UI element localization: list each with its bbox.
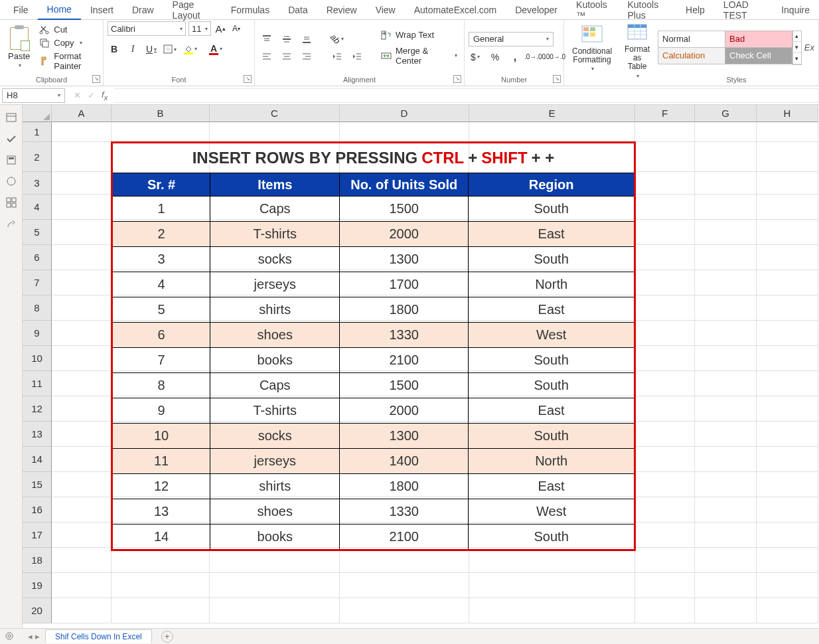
- fill-color-button[interactable]: ▾: [182, 42, 195, 56]
- cell[interactable]: [695, 220, 757, 245]
- cell[interactable]: [469, 573, 635, 598]
- cell[interactable]: [695, 497, 757, 523]
- dialog-launcher-icon[interactable]: ↘: [453, 75, 461, 83]
- cell[interactable]: [695, 245, 757, 270]
- decrease-indent-button[interactable]: [329, 50, 345, 63]
- cell[interactable]: [757, 447, 818, 472]
- table-cell[interactable]: 2100: [340, 348, 469, 372]
- dialog-launcher-icon[interactable]: ↘: [92, 75, 100, 83]
- table-cell[interactable]: 11: [113, 449, 210, 473]
- enter-icon[interactable]: ✓: [88, 90, 95, 100]
- table-cell[interactable]: North: [469, 449, 634, 473]
- name-box[interactable]: H8 ▾: [2, 88, 65, 103]
- cell[interactable]: [112, 122, 210, 142]
- table-cell[interactable]: socks: [210, 424, 340, 448]
- dialog-launcher-icon[interactable]: ↘: [244, 75, 252, 83]
- cell[interactable]: [757, 548, 818, 573]
- table-cell[interactable]: 7: [113, 348, 210, 372]
- cell[interactable]: [112, 573, 210, 598]
- table-cell[interactable]: Caps: [210, 373, 340, 398]
- cell[interactable]: [635, 422, 695, 447]
- cell[interactable]: [757, 245, 818, 270]
- tab-formulas[interactable]: Formulas: [222, 1, 279, 19]
- sheet-nav[interactable]: ◂ ▸: [23, 631, 45, 641]
- table-cell[interactable]: East: [469, 474, 634, 499]
- number-format-select[interactable]: General ▾: [469, 32, 554, 46]
- cell[interactable]: [52, 573, 112, 598]
- cell[interactable]: [695, 472, 757, 497]
- cell[interactable]: [695, 122, 757, 142]
- cell[interactable]: [635, 220, 695, 245]
- cell[interactable]: [695, 523, 757, 548]
- cell[interactable]: [469, 598, 635, 623]
- table-cell[interactable]: 4: [113, 272, 210, 297]
- cell[interactable]: [340, 122, 469, 142]
- formula-input[interactable]: [114, 88, 819, 103]
- cell[interactable]: [757, 220, 818, 245]
- cell[interactable]: [695, 142, 757, 172]
- increase-font-icon[interactable]: A▴: [214, 22, 227, 35]
- cell[interactable]: [635, 396, 695, 422]
- cell[interactable]: [635, 142, 695, 172]
- cell[interactable]: [340, 598, 469, 623]
- cell[interactable]: [52, 295, 112, 321]
- table-cell[interactable]: 1300: [340, 424, 469, 448]
- style-calculation[interactable]: Calculation: [658, 47, 725, 64]
- cell[interactable]: [52, 142, 112, 172]
- cell[interactable]: [52, 548, 112, 573]
- rail-icon-4[interactable]: [5, 175, 17, 187]
- sheet-next-icon[interactable]: ▸: [35, 631, 40, 641]
- cell[interactable]: [635, 245, 695, 270]
- table-cell[interactable]: 10: [113, 424, 210, 448]
- tab-developer[interactable]: Developer: [506, 1, 567, 19]
- col-header-G[interactable]: G: [695, 105, 757, 122]
- font-name-select[interactable]: Calibri▾: [108, 21, 186, 36]
- table-cell[interactable]: 2000: [340, 398, 469, 423]
- table-cell[interactable]: 5: [113, 297, 210, 322]
- cell[interactable]: [469, 122, 635, 142]
- cell[interactable]: [52, 172, 112, 195]
- increase-indent-button[interactable]: [349, 50, 365, 63]
- table-cell[interactable]: 2100: [340, 524, 469, 549]
- col-header-E[interactable]: E: [469, 105, 635, 122]
- conditional-formatting-button[interactable]: Conditional Formatting ▾: [568, 23, 616, 72]
- row-header-8[interactable]: 8: [23, 295, 52, 321]
- cell[interactable]: [635, 295, 695, 321]
- tab-home[interactable]: Home: [38, 0, 81, 20]
- sheet-tab-active[interactable]: Shif Cells Down In Excel: [45, 629, 152, 643]
- cell[interactable]: [757, 598, 818, 623]
- cell[interactable]: [757, 346, 818, 371]
- table-cell[interactable]: books: [210, 348, 340, 372]
- fx-icon[interactable]: fx: [102, 90, 108, 102]
- cell[interactable]: [695, 172, 757, 195]
- decrease-decimal-button[interactable]: .00→.0: [548, 50, 561, 64]
- cell[interactable]: [757, 371, 818, 396]
- table-cell[interactable]: 3: [113, 247, 210, 272]
- table-cell[interactable]: 1330: [340, 323, 469, 347]
- paste-button[interactable]: Paste ▾: [4, 26, 34, 70]
- cell[interactable]: [757, 172, 818, 195]
- borders-button[interactable]: ▾: [163, 42, 177, 56]
- copy-button[interactable]: Copy ▾: [37, 37, 99, 49]
- rail-icon-5[interactable]: [5, 197, 17, 208]
- tab-insert[interactable]: Insert: [81, 1, 123, 19]
- row-header-14[interactable]: 14: [23, 447, 52, 472]
- table-cell[interactable]: 1300: [340, 247, 469, 272]
- rail-icon-6[interactable]: [5, 218, 17, 230]
- cell[interactable]: [52, 245, 112, 270]
- cell[interactable]: [52, 598, 112, 623]
- underline-button[interactable]: U▾: [145, 42, 158, 56]
- table-cell[interactable]: shoes: [210, 499, 340, 524]
- cell[interactable]: [695, 598, 757, 623]
- cell[interactable]: [635, 598, 695, 623]
- col-header-C[interactable]: C: [210, 105, 340, 122]
- format-as-table-button[interactable]: Format as Table ▾: [617, 21, 657, 79]
- grid-area[interactable]: ABCDEFGH 1234567891011121314151617181920…: [23, 105, 819, 628]
- table-cell[interactable]: 8: [113, 373, 210, 398]
- font-color-button[interactable]: A ▾: [207, 42, 220, 56]
- row-header-11[interactable]: 11: [23, 371, 52, 396]
- cell[interactable]: [210, 122, 340, 142]
- table-cell[interactable]: 1: [113, 197, 210, 221]
- format-painter-button[interactable]: Format Painter: [37, 50, 99, 72]
- row-header-17[interactable]: 17: [23, 523, 52, 548]
